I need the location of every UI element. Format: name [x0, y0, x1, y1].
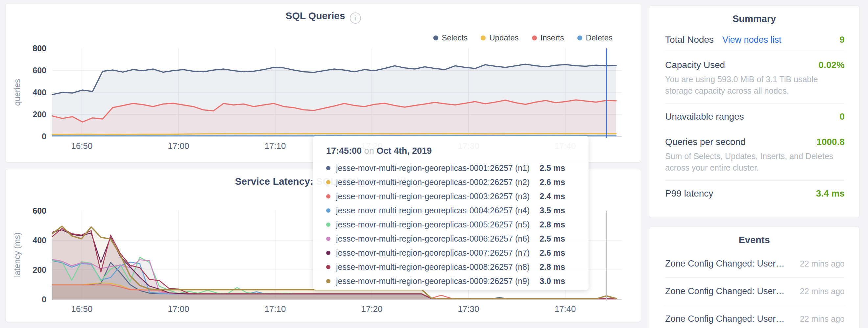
x-tick-label: 17:20	[361, 304, 382, 314]
event-time: 22 mins ago	[800, 259, 845, 268]
tooltip-node-value: 2.6 ms	[539, 248, 565, 258]
summary-row-unavailable-ranges: Unavailable ranges 0	[665, 104, 845, 129]
tooltip-node-name: jesse-movr-multi-region-georeplicas-0009…	[336, 276, 530, 286]
x-tick-label: 16:50	[71, 141, 92, 151]
qps-value: 1000.8	[816, 137, 845, 147]
y-tick-label: 0	[42, 295, 46, 304]
tooltip-time: 17:45:00	[326, 146, 362, 156]
tooltip-on-word: on	[364, 146, 374, 156]
y-axis-label: queries	[12, 79, 22, 106]
summary-row-p99: P99 latency 3.4 ms	[665, 181, 845, 206]
summary-row-total-nodes: Total Nodes View nodes list 9	[665, 27, 845, 52]
summary-row-capacity: Capacity Used 0.02% You are using 593.0 …	[665, 52, 845, 104]
tooltip-series-row: jesse-movr-multi-region-georeplicas-0005…	[326, 220, 589, 229]
x-tick-label: 17:10	[265, 304, 286, 314]
unavailable-ranges-label: Unavailable ranges	[665, 111, 744, 122]
tooltip-node-name: jesse-movr-multi-region-georeplicas-0006…	[336, 234, 530, 243]
unavailable-ranges-value: 0	[839, 111, 845, 122]
tooltip-node-value: 2.5 ms	[539, 163, 565, 173]
tooltip-node-value: 2.5 ms	[539, 234, 565, 243]
y-tick-label: 800	[33, 44, 46, 53]
event-time: 22 mins ago	[800, 314, 845, 324]
tooltip-node-name: jesse-movr-multi-region-georeplicas-0002…	[336, 177, 530, 187]
tooltip-node-value: 3.0 ms	[539, 276, 565, 286]
event-time: 22 mins ago	[800, 287, 845, 296]
x-tick-label: 16:50	[71, 304, 92, 314]
event-row[interactable]: Zone Config Changed: User… 22 mins ago	[665, 305, 845, 328]
capacity-used-value: 0.02%	[819, 60, 845, 70]
events-panel: Events Zone Config Changed: User… 22 min…	[649, 226, 860, 328]
tooltip-node-value: 2.8 ms	[539, 220, 565, 229]
x-tick-label: 17:40	[554, 304, 576, 314]
series-dot-icon	[326, 194, 331, 198]
tooltip-node-value: 3.5 ms	[539, 206, 565, 215]
events-title: Events	[649, 227, 859, 245]
capacity-used-label: Capacity Used	[665, 60, 725, 70]
y-tick-label: 400	[33, 88, 46, 97]
series-dot-icon	[326, 208, 331, 212]
qps-label: Queries per second	[665, 137, 745, 147]
event-row[interactable]: Zone Config Changed: User… 22 mins ago	[665, 250, 845, 278]
tooltip-rows: jesse-movr-multi-region-georeplicas-0001…	[326, 163, 589, 286]
view-nodes-list-link[interactable]: View nodes list	[722, 35, 781, 45]
y-tick-label: 600	[33, 66, 46, 75]
y-tick-label: 200	[33, 265, 46, 274]
tooltip-node-name: jesse-movr-multi-region-georeplicas-0007…	[336, 248, 530, 258]
y-tick-label: 400	[33, 236, 46, 245]
hover-tooltip: 17:45:00 on Oct 4th, 2019 jesse-movr-mul…	[313, 136, 589, 290]
tooltip-node-name: jesse-movr-multi-region-georeplicas-0005…	[336, 220, 530, 229]
series-dot-icon	[326, 223, 331, 227]
tooltip-node-name: jesse-movr-multi-region-georeplicas-0001…	[336, 163, 530, 173]
tooltip-node-value: 2.4 ms	[539, 192, 565, 201]
summary-title: Summary	[649, 6, 859, 24]
tooltip-node-value: 2.6 ms	[539, 177, 565, 187]
tooltip-series-row: jesse-movr-multi-region-georeplicas-0008…	[326, 262, 589, 272]
summary-panel: Summary Total Nodes View nodes list 9 Ca…	[649, 5, 860, 218]
event-row[interactable]: Zone Config Changed: User… 22 mins ago	[665, 278, 845, 305]
series-dot-icon	[326, 166, 331, 170]
tooltip-series-row: jesse-movr-multi-region-georeplicas-0006…	[326, 234, 589, 243]
x-tick-label: 17:30	[458, 304, 479, 314]
total-nodes-value: 9	[839, 34, 845, 45]
tooltip-node-value: 2.8 ms	[539, 262, 565, 272]
event-label: Zone Config Changed: User…	[665, 286, 784, 296]
series-dot-icon	[326, 251, 331, 255]
tooltip-series-row: jesse-movr-multi-region-georeplicas-0009…	[326, 276, 589, 286]
y-axis-label: latency (ms)	[12, 232, 22, 277]
series-dot-icon	[326, 279, 331, 283]
summary-row-qps: Queries per second 1000.8 Sum of Selects…	[665, 129, 845, 181]
tooltip-series-row: jesse-movr-multi-region-georeplicas-0002…	[326, 177, 589, 187]
summary-body: Total Nodes View nodes list 9 Capacity U…	[649, 24, 859, 206]
tooltip-series-row: jesse-movr-multi-region-georeplicas-0004…	[326, 206, 589, 215]
tooltip-series-row: jesse-movr-multi-region-georeplicas-0003…	[326, 192, 589, 201]
tooltip-node-name: jesse-movr-multi-region-georeplicas-0004…	[336, 206, 530, 215]
tooltip-series-row: jesse-movr-multi-region-georeplicas-0001…	[326, 163, 589, 173]
total-nodes-label: Total Nodes	[665, 34, 714, 45]
tooltip-header: 17:45:00 on Oct 4th, 2019	[326, 146, 589, 156]
tooltip-series-row: jesse-movr-multi-region-georeplicas-0007…	[326, 248, 589, 258]
x-tick-label: 17:00	[168, 141, 189, 151]
event-label: Zone Config Changed: User…	[665, 259, 784, 269]
capacity-used-caption: You are using 593.0 MiB of 3.1 TiB usabl…	[665, 74, 845, 97]
y-tick-label: 600	[33, 206, 46, 215]
x-tick-label: 17:10	[265, 141, 286, 151]
series-dot-icon	[326, 265, 331, 269]
p99-latency-label: P99 latency	[665, 188, 713, 199]
events-body: Zone Config Changed: User… 22 mins ago Z…	[649, 245, 859, 328]
event-label: Zone Config Changed: User…	[665, 314, 784, 324]
qps-caption: Sum of Selects, Updates, Inserts, and De…	[665, 151, 845, 173]
tooltip-node-name: jesse-movr-multi-region-georeplicas-0003…	[336, 192, 530, 201]
tooltip-date: Oct 4th, 2019	[376, 146, 432, 156]
x-tick-label: 17:00	[168, 304, 189, 314]
y-tick-label: 200	[33, 110, 46, 119]
tooltip-node-name: jesse-movr-multi-region-georeplicas-0008…	[336, 262, 530, 272]
y-tick-label: 0	[42, 132, 46, 141]
series-dot-icon	[326, 180, 331, 185]
series-dot-icon	[326, 237, 331, 241]
p99-latency-value: 3.4 ms	[816, 188, 845, 199]
